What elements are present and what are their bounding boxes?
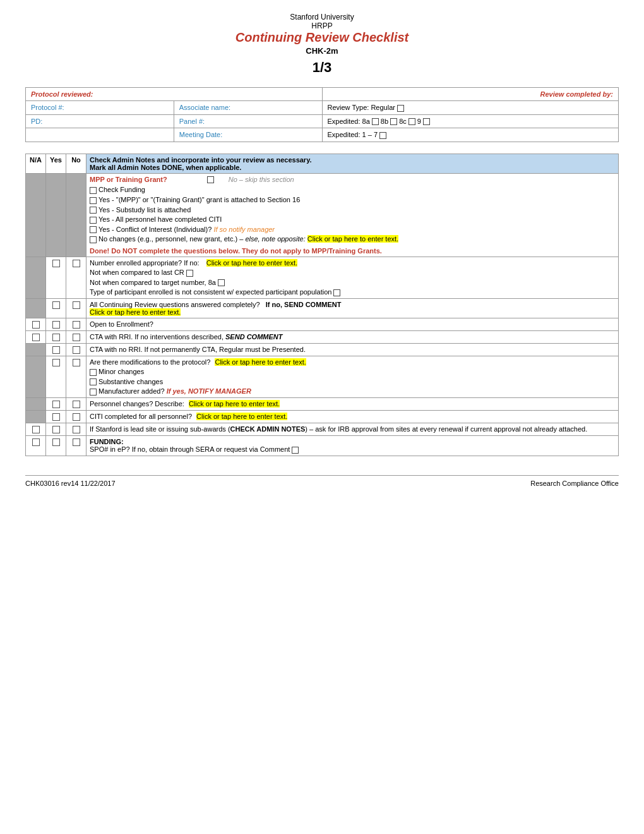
substantive-label: Substantive changes [98, 378, 163, 385]
mpp-no-changes-label: No changes (e.g., personnel, new grant, … [98, 235, 243, 243]
not-target-cb[interactable] [218, 279, 225, 286]
page-header: Stanford University HRPP Continuing Revi… [25, 13, 619, 76]
mpp-yes1-cb[interactable] [90, 197, 97, 204]
stanford-row: If Stanford is lead site or issuing sub-… [26, 423, 619, 435]
open-no-cell [66, 318, 86, 330]
funding-na-cb[interactable] [32, 438, 40, 446]
open-no-cb[interactable] [73, 321, 80, 329]
enrolled-yes-cell [46, 257, 66, 298]
personnel-no-cb[interactable] [73, 401, 80, 408]
not-cr-cb[interactable] [186, 270, 193, 277]
mpp-yes3-cb[interactable] [90, 217, 97, 224]
expedited-8-row: Expedited: 8a 8b 8c 9 [322, 114, 619, 128]
cta-no-rri-q: CTA with no RRI. If not permanently CTA,… [90, 346, 306, 353]
empty-cell-1 [26, 128, 174, 142]
cta-rri-no-cb[interactable] [73, 334, 80, 341]
checklist-table: N/A Yes No Check Admin Notes and incorpo… [25, 154, 619, 456]
exp-8b-label: 8b [381, 118, 390, 125]
stanford-yes-cb[interactable] [52, 426, 60, 433]
cta-no-rri-yes-cb[interactable] [52, 346, 60, 354]
mpp-no-checkbox[interactable] [207, 176, 214, 183]
mpp-row: MPP or Training Grant? No – skip this se… [26, 173, 619, 257]
exp-8c-checkbox[interactable] [408, 118, 415, 125]
open-yes-cb[interactable] [52, 321, 60, 329]
citi-content: CITI completed for all personnel? Click … [86, 410, 619, 423]
citi-click[interactable]: Click or tap here to enter text. [196, 413, 287, 420]
stanford-q2: ) – ask for IRB approval from sites at e… [305, 425, 587, 433]
citi-yes-cell [46, 410, 66, 423]
enrolled-yes-cb[interactable] [52, 260, 60, 267]
mpp-yes-cell [46, 173, 66, 257]
citi-no-cb[interactable] [73, 413, 80, 421]
enrolled-q-label: Number enrolled appropriate? If no: [90, 259, 200, 267]
mpp-title: MPP or Training Grant? [90, 176, 167, 183]
type-cb[interactable] [333, 289, 340, 296]
enrolled-type: Type of participant enrolled is not cons… [90, 288, 331, 296]
cta-no-rri-row: CTA with no RRI. If not permanently CTA,… [26, 343, 619, 356]
cta-no-rri-yes-cell [46, 343, 66, 356]
personnel-click[interactable]: Click or tap here to enter text. [189, 400, 280, 408]
open-enrollment-row: Open to Enrollment? [26, 318, 619, 330]
stanford-na-cb[interactable] [32, 426, 40, 433]
minor-cb[interactable] [90, 369, 97, 376]
cr-na-cell [26, 298, 46, 318]
mods-no-cell [66, 356, 86, 398]
mpp-yes2-cb[interactable] [90, 207, 97, 214]
cta-no-rri-no-cb[interactable] [73, 346, 80, 354]
exp-9-checkbox[interactable] [423, 118, 430, 125]
exp-8a-checkbox[interactable] [372, 118, 379, 125]
mpp-no-changes-cb[interactable] [90, 236, 97, 243]
citi-no-cell [66, 410, 86, 423]
funding-no-cb[interactable] [73, 438, 80, 446]
manufacturer-cb[interactable] [90, 389, 97, 396]
substantive-cb[interactable] [90, 378, 97, 385]
enrolled-not-cr: Not when compared to last CR [90, 269, 184, 276]
cr-no-cb[interactable] [73, 301, 80, 309]
mpp-na-cell [26, 173, 46, 257]
personnel-yes-cb[interactable] [52, 401, 60, 408]
mods-yes-cb[interactable] [52, 359, 60, 366]
open-content: Open to Enrollment? [86, 318, 619, 330]
mods-click[interactable]: Click or tap here to enter text. [215, 358, 306, 366]
exp-8b-checkbox[interactable] [390, 118, 397, 125]
stanford-no-cell [66, 423, 86, 435]
enrolled-click[interactable]: Click or tap here to enter text. [206, 259, 297, 267]
col-header-na: N/A [26, 154, 46, 173]
open-yes-cell [46, 318, 66, 330]
pd-label: PD: [26, 114, 174, 128]
cr-click[interactable]: Click or tap here to enter text. [90, 308, 181, 316]
funding-no-cell [66, 436, 86, 456]
regular-checkbox[interactable] [397, 105, 404, 112]
modifications-row: Are there modifications to the protocol?… [26, 356, 619, 398]
blue-header-line2: Mark all Admin Notes DONE, when applicab… [90, 164, 615, 171]
stanford-no-cb[interactable] [73, 426, 80, 433]
check-funding-cb[interactable] [90, 187, 97, 194]
cr-content: All Continuing Review questions answered… [86, 298, 619, 318]
exp-17-checkbox[interactable] [379, 132, 386, 139]
cta-rri-na-cell [26, 330, 46, 343]
mpp-done-label: Done! Do NOT complete the questions belo… [90, 247, 382, 255]
cta-no-rri-no-cell [66, 343, 86, 356]
personnel-yes-cell [46, 397, 66, 410]
cta-rri-yes-cb[interactable] [52, 334, 60, 341]
check-funding-label: Check Funding [98, 186, 145, 193]
cta-no-rri-content: CTA with no RRI. If not permanently CTA,… [86, 343, 619, 356]
mpp-click-text[interactable]: Click or tap here to enter text. [307, 235, 398, 243]
cta-rri-na-cb[interactable] [32, 334, 40, 341]
footer-right: Research Compliance Office [530, 480, 619, 487]
cr-yes-cb[interactable] [52, 301, 60, 309]
open-na-cb[interactable] [32, 321, 40, 329]
cta-rri-no-cell [66, 330, 86, 343]
enrolled-no-cb[interactable] [73, 260, 80, 267]
exp-8c-label: 8c [399, 118, 408, 125]
funding-spo-cb[interactable] [292, 447, 299, 454]
citi-yes-cb[interactable] [52, 413, 60, 421]
cr-yes-cell [46, 298, 66, 318]
funding-yes-cb[interactable] [52, 438, 60, 446]
enrolled-no-cell [66, 257, 86, 298]
mods-q-label: Are there modifications to the protocol? [90, 358, 210, 366]
mods-no-cb[interactable] [73, 359, 80, 366]
mpp-yes4-cb[interactable] [90, 226, 97, 233]
mpp-yes3-label: Yes - All personnel have completed CITI [98, 215, 222, 223]
continuing-review-row: All Continuing Review questions answered… [26, 298, 619, 318]
